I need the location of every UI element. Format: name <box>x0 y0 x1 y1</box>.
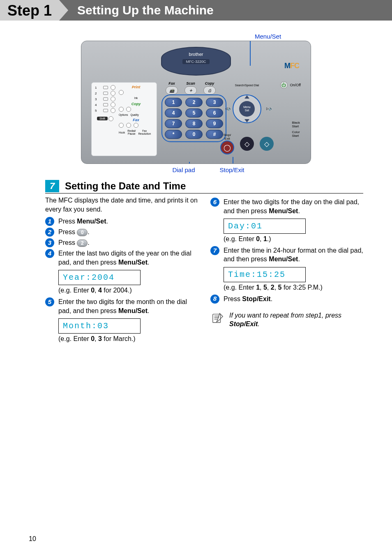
faxres-label: Fax Resolution <box>138 129 151 135</box>
onetouch-num: 1 <box>95 86 101 90</box>
copy-label: Copy <box>119 102 153 106</box>
t: . <box>106 218 108 225</box>
mode-copy-button[interactable]: ⎙ <box>203 86 216 94</box>
print-button[interactable] <box>119 90 124 95</box>
dialpad-key-2[interactable]: 2 <box>185 98 203 107</box>
power-icon[interactable]: ⏻ <box>280 81 288 89</box>
hook-label: Hook <box>119 131 125 134</box>
t: (e.g. Enter <box>58 287 91 294</box>
color-start-label: Color Start <box>292 130 300 138</box>
step-ball-6: 6 <box>210 198 219 207</box>
onetouch-button[interactable] <box>111 91 115 96</box>
volume-up-icon[interactable]: ▷🔊 <box>266 107 273 111</box>
shift-button[interactable]: Shift <box>97 117 108 120</box>
volume-down-icon[interactable]: ◁🔉 <box>225 107 232 111</box>
t: 1 <box>256 284 260 291</box>
onetouch-button[interactable] <box>111 97 115 101</box>
t: 1 <box>263 235 267 242</box>
quality-button[interactable] <box>126 107 131 112</box>
dialpad-key-4[interactable]: 4 <box>165 108 182 117</box>
callout-menuset: Menu/Set <box>144 33 392 40</box>
t: Press <box>58 218 77 225</box>
onoff-group: ⏻ On/Off <box>280 81 301 89</box>
black-start-button[interactable]: ◇ <box>240 137 254 151</box>
note-text: If you want to repeat from step1, press … <box>229 311 363 329</box>
note: If you want to repeat from step1, press … <box>210 311 363 329</box>
stopexit-button[interactable]: ◯ <box>220 140 234 154</box>
faxres-button[interactable] <box>134 123 138 128</box>
eg-month: (e.g. Enter 0, 3 for March.) <box>58 334 198 343</box>
onetouch-led <box>103 92 108 95</box>
t: 4 <box>98 287 102 294</box>
dialpad-key-5[interactable]: 5 <box>185 108 203 117</box>
t: , <box>267 284 271 291</box>
left-cluster: 1 2 3 4 5 Shift Print Ink Copy OptionsQu… <box>91 82 157 156</box>
dialpad-key-star[interactable]: * <box>165 130 182 139</box>
menuset-button[interactable]: Menu Set <box>239 101 255 117</box>
step-8-text: Press Stop/Exit. <box>224 295 363 304</box>
body-columns: The MFC displays the date and time, and … <box>45 196 363 346</box>
step-3: 3 Press 2. <box>45 238 198 247</box>
left-column: The MFC displays the date and time, and … <box>45 196 198 346</box>
t: for March.) <box>102 335 136 342</box>
t: Stop/Exit <box>229 320 258 327</box>
page-header: Step 1 Setting Up the Machine <box>0 0 392 21</box>
t: . <box>88 239 89 246</box>
section-heading: 7 Setting the Date and Time <box>45 180 363 193</box>
onetouch-button[interactable] <box>111 108 115 113</box>
leader-line-dialpad <box>189 162 190 164</box>
onetouch-button[interactable] <box>111 85 115 90</box>
hook-button[interactable] <box>119 123 124 128</box>
dialpad-key-7[interactable]: 7 <box>165 119 182 128</box>
t: (e.g. Enter <box>58 335 91 342</box>
mfc-logo: MFC <box>284 62 299 70</box>
lcd-month: Month:03 <box>58 318 141 334</box>
brand-label: brother <box>189 52 203 57</box>
dialpad-key-8[interactable]: 8 <box>185 119 203 128</box>
mode-scan-button[interactable]: ✦ <box>184 86 197 94</box>
mode-scan-label: Scan <box>186 81 195 85</box>
onetouch-button[interactable] <box>111 102 115 107</box>
step-1-text: Press Menu/Set. <box>58 217 198 226</box>
t: , <box>260 235 263 242</box>
dialpad-key-0[interactable]: 0 <box>185 130 203 139</box>
nav-down-icon[interactable] <box>244 119 249 122</box>
t: 0 <box>256 235 260 242</box>
keypad-pill-2: 2 <box>77 240 88 247</box>
callout-row: Dial pad Stop/Exit <box>25 166 392 173</box>
step-3-text: Press 2. <box>58 238 198 247</box>
leader-line-menuset <box>250 41 251 66</box>
step-ball-7: 7 <box>210 246 219 255</box>
t: . <box>298 256 300 263</box>
dialpad-key-6[interactable]: 6 <box>206 108 223 117</box>
nav-up-icon[interactable] <box>244 95 249 99</box>
search-speeddial-label: Search/Speed Dial <box>228 84 265 87</box>
mode-row: Fax📠 Scan✦ Copy⎙ <box>166 81 216 94</box>
step-ball-2: 2 <box>45 228 54 237</box>
onetouch-num: 5 <box>95 109 101 113</box>
dialpad-key-9[interactable]: 9 <box>206 119 223 128</box>
onoff-label: On/Off <box>290 83 301 87</box>
step-ball-1: 1 <box>45 217 54 226</box>
t: Menu/Set <box>269 207 298 214</box>
lcd-year: Year:2004 <box>58 270 141 285</box>
lcd-time: Time:15:25 <box>224 267 306 282</box>
t: Menu/Set <box>118 259 148 266</box>
step-5-text: Enter the two digits for the month on th… <box>58 297 198 315</box>
step-ball-4: 4 <box>45 249 54 258</box>
onetouch-num: 4 <box>95 103 101 107</box>
redial-button[interactable] <box>126 123 131 128</box>
dialpad: 1 2 3 4 5 6 7 8 9 * 0 # <box>165 98 223 139</box>
section-title: Setting the Date and Time <box>65 180 186 192</box>
t: . <box>148 259 149 266</box>
color-start-button[interactable]: ◇ <box>260 137 274 151</box>
shift-circle[interactable] <box>108 116 113 121</box>
eg-time: (e.g. Enter 1, 5, 2, 5 for 3:25 P.M.) <box>224 283 363 292</box>
options-button[interactable] <box>119 107 124 112</box>
mode-copy-label: Copy <box>205 81 214 85</box>
dialpad-key-1[interactable]: 1 <box>165 98 182 107</box>
stop-start-cluster: Stop/ Exit ◯ ◇ ◇ <box>220 133 274 154</box>
mode-fax-button[interactable]: 📠 <box>166 86 178 94</box>
dialpad-key-3[interactable]: 3 <box>206 98 223 107</box>
onetouch-led <box>103 97 108 101</box>
